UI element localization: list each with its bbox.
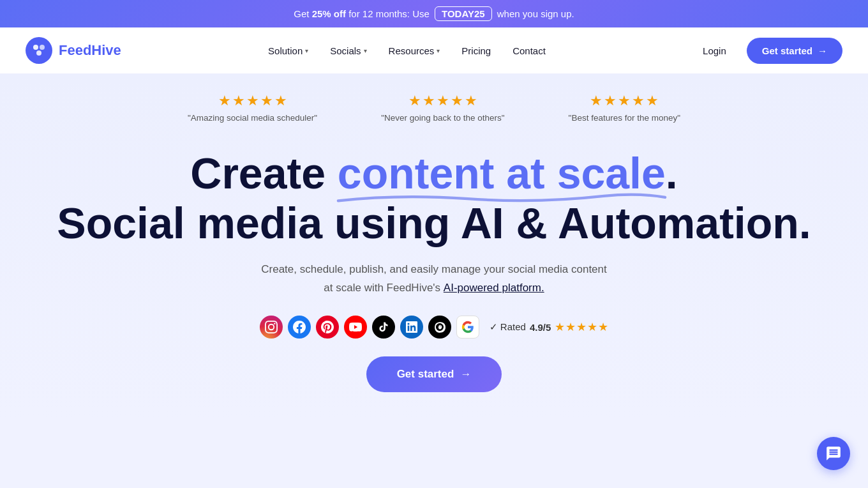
stars-3: ★ ★ ★ ★ ★ [590,93,659,109]
rating-text: ✓ Rated 4.9/5 ★ ★ ★ ★ ★ [490,320,609,334]
star-icon: ★ [576,320,587,334]
youtube-icon[interactable] [344,316,367,339]
svg-point-2 [36,50,41,56]
star-icon: ★ [465,93,477,109]
chat-bubble-button[interactable] [817,437,850,470]
hero-subtext-link: AI-powered platform. [444,282,544,294]
announcement-suffix: when you sign up. [497,8,574,19]
star-icon: ★ [646,93,659,109]
stars-1: ★ ★ ★ ★ ★ [218,93,287,109]
nav-item-pricing[interactable]: Pricing [453,40,500,61]
svg-point-1 [40,45,45,50]
nav-item-resources[interactable]: Resources ▾ [380,40,449,61]
announcement-discount: 25% off [312,8,346,19]
hero-get-started-button[interactable]: Get started → [366,356,502,392]
star-icon: ★ [565,320,576,334]
hero-heading: Create content at scale. Social media us… [38,148,830,248]
logo-icon [26,37,52,64]
star-icon: ★ [423,93,435,109]
review-item-3: ★ ★ ★ ★ ★ "Best features for the money" [569,93,680,123]
arrow-icon: → [818,45,827,56]
nav-link-pricing[interactable]: Pricing [453,40,500,61]
promo-code-badge: TODAY25 [435,6,492,21]
nav-link-resources[interactable]: Resources ▾ [380,40,449,61]
hero-line2: Social media using AI & Automation. [57,199,811,247]
svg-point-0 [33,45,38,50]
star-icon: ★ [555,320,565,334]
nav-links: Solution ▾ Socials ▾ Resources ▾ Pricing… [259,40,555,61]
review-item-2: ★ ★ ★ ★ ★ "Never going back to the other… [381,93,504,123]
star-icon: ★ [246,93,259,109]
chevron-down-icon: ▾ [305,47,308,54]
review-item-1: ★ ★ ★ ★ ★ "Amazing social media schedule… [188,93,317,123]
rating-stars: ★ ★ ★ ★ ★ [555,320,608,334]
star-icon: ★ [587,320,597,334]
login-button[interactable]: Login [692,40,737,61]
announcement-middle: for 12 months: Use [348,8,432,19]
threads-icon[interactable] [428,316,451,339]
star-icon: ★ [618,93,631,109]
nav-actions: Login Get started → [692,38,842,64]
arrow-icon: → [460,368,471,381]
nav-link-solution[interactable]: Solution ▾ [259,40,317,61]
logo-text: FeedHive [59,42,121,59]
nav-item-solution[interactable]: Solution ▾ [259,40,317,61]
google-icon[interactable] [456,316,479,339]
reviews-row: ★ ★ ★ ★ ★ "Amazing social media schedule… [26,93,842,123]
social-icons-row: ✓ Rated 4.9/5 ★ ★ ★ ★ ★ [38,316,830,339]
chevron-down-icon: ▾ [437,47,440,54]
nav-get-started-button[interactable]: Get started → [747,38,842,64]
hero-line1: Create content at scale. [190,149,677,197]
hero-subtext: Create, schedule, publish, and easily ma… [255,261,613,298]
star-icon: ★ [632,93,645,109]
hero-gradient-text: content at scale [338,148,666,198]
star-icon: ★ [232,93,245,109]
star-icon: ★ [437,93,449,109]
nav-item-socials[interactable]: Socials ▾ [321,40,375,61]
tiktok-icon[interactable] [372,316,395,339]
chevron-down-icon: ▾ [364,47,367,54]
stars-2: ★ ★ ★ ★ ★ [408,93,477,109]
star-icon: ★ [598,320,608,334]
announcement-bar: Get 25% off for 12 months: Use TODAY25 w… [0,0,868,27]
review-text-1: "Amazing social media scheduler" [188,113,317,123]
pinterest-icon[interactable] [316,316,339,339]
logo-link[interactable]: FeedHive [26,37,121,64]
nav-link-contact[interactable]: Contact [504,40,555,61]
star-icon: ★ [451,93,463,109]
hero-section: Create content at scale. Social media us… [26,148,842,418]
instagram-icon[interactable] [260,316,283,339]
star-icon: ★ [274,93,287,109]
review-text-2: "Never going back to the others" [381,113,504,123]
star-icon: ★ [590,93,602,109]
main-content: ★ ★ ★ ★ ★ "Amazing social media schedule… [0,73,868,418]
announcement-prefix: Get [294,8,311,19]
linkedin-icon[interactable] [400,316,423,339]
facebook-icon[interactable] [288,316,311,339]
star-icon: ★ [260,93,273,109]
star-icon: ★ [218,93,231,109]
main-nav: FeedHive Solution ▾ Socials ▾ Resources … [0,27,868,73]
nav-item-contact[interactable]: Contact [504,40,555,61]
star-icon: ★ [604,93,617,109]
star-icon: ★ [408,93,421,109]
review-text-3: "Best features for the money" [569,113,680,123]
nav-link-socials[interactable]: Socials ▾ [321,40,375,61]
